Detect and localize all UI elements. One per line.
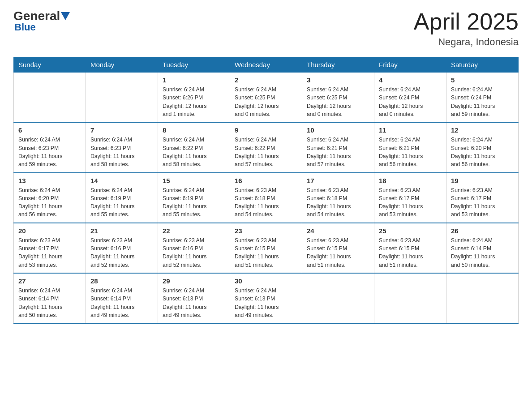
day-number: 21 — [90, 227, 153, 235]
table-row: 21Sunrise: 6:23 AM Sunset: 6:16 PM Dayli… — [86, 223, 158, 273]
table-row: 12Sunrise: 6:24 AM Sunset: 6:20 PM Dayli… — [446, 122, 519, 172]
day-number: 24 — [307, 227, 369, 235]
day-info: Sunrise: 6:24 AM Sunset: 6:13 PM Dayligh… — [163, 287, 225, 319]
day-info: Sunrise: 6:24 AM Sunset: 6:26 PM Dayligh… — [163, 86, 225, 118]
day-number: 13 — [18, 177, 81, 184]
day-info: Sunrise: 6:24 AM Sunset: 6:25 PM Dayligh… — [307, 86, 369, 118]
col-sunday: Sunday — [14, 57, 86, 73]
table-row: 16Sunrise: 6:23 AM Sunset: 6:18 PM Dayli… — [230, 173, 302, 223]
day-info: Sunrise: 6:23 AM Sunset: 6:17 PM Dayligh… — [18, 236, 81, 269]
day-info: Sunrise: 6:24 AM Sunset: 6:13 PM Dayligh… — [235, 287, 297, 319]
table-row: 2Sunrise: 6:24 AM Sunset: 6:25 PM Daylig… — [230, 73, 302, 123]
calendar-table: Sunday Monday Tuesday Wednesday Thursday… — [13, 57, 519, 324]
day-info: Sunrise: 6:24 AM Sunset: 6:24 PM Dayligh… — [451, 86, 514, 118]
day-number: 20 — [18, 227, 81, 235]
calendar-week-row: 1Sunrise: 6:24 AM Sunset: 6:26 PM Daylig… — [14, 73, 519, 123]
day-number: 9 — [235, 126, 297, 134]
day-number: 28 — [90, 277, 153, 285]
day-info: Sunrise: 6:24 AM Sunset: 6:25 PM Dayligh… — [235, 86, 297, 118]
table-row: 17Sunrise: 6:23 AM Sunset: 6:18 PM Dayli… — [302, 173, 374, 223]
table-row: 30Sunrise: 6:24 AM Sunset: 6:13 PM Dayli… — [230, 273, 302, 323]
day-info: Sunrise: 6:24 AM Sunset: 6:20 PM Dayligh… — [451, 136, 514, 168]
table-row: 1Sunrise: 6:24 AM Sunset: 6:26 PM Daylig… — [158, 73, 230, 123]
table-row: 11Sunrise: 6:24 AM Sunset: 6:21 PM Dayli… — [374, 122, 446, 172]
table-row — [302, 273, 374, 323]
day-info: Sunrise: 6:24 AM Sunset: 6:24 PM Dayligh… — [379, 86, 442, 118]
day-info: Sunrise: 6:23 AM Sunset: 6:15 PM Dayligh… — [235, 236, 297, 269]
table-row: 25Sunrise: 6:23 AM Sunset: 6:15 PM Dayli… — [374, 223, 446, 273]
table-row: 15Sunrise: 6:24 AM Sunset: 6:19 PM Dayli… — [158, 173, 230, 223]
day-number: 17 — [307, 177, 369, 184]
day-info: Sunrise: 6:23 AM Sunset: 6:17 PM Dayligh… — [451, 186, 514, 219]
day-number: 30 — [235, 277, 297, 285]
day-number: 25 — [379, 227, 442, 235]
month-title: April 2025 — [414, 9, 519, 34]
day-info: Sunrise: 6:23 AM Sunset: 6:18 PM Dayligh… — [307, 186, 369, 219]
location-label: Negara, Indonesia — [414, 36, 519, 48]
day-number: 6 — [18, 126, 81, 134]
table-row: 10Sunrise: 6:24 AM Sunset: 6:21 PM Dayli… — [302, 122, 374, 172]
table-row: 24Sunrise: 6:23 AM Sunset: 6:15 PM Dayli… — [302, 223, 374, 273]
col-saturday: Saturday — [446, 57, 519, 73]
day-info: Sunrise: 6:24 AM Sunset: 6:19 PM Dayligh… — [163, 186, 225, 219]
table-row: 23Sunrise: 6:23 AM Sunset: 6:15 PM Dayli… — [230, 223, 302, 273]
day-info: Sunrise: 6:24 AM Sunset: 6:21 PM Dayligh… — [307, 136, 369, 168]
col-thursday: Thursday — [302, 57, 374, 73]
day-number: 1 — [163, 76, 225, 84]
day-number: 2 — [235, 76, 297, 84]
table-row: 20Sunrise: 6:23 AM Sunset: 6:17 PM Dayli… — [14, 223, 86, 273]
day-number: 19 — [451, 177, 514, 184]
day-info: Sunrise: 6:24 AM Sunset: 6:23 PM Dayligh… — [90, 136, 153, 168]
calendar-week-row: 27Sunrise: 6:24 AM Sunset: 6:14 PM Dayli… — [14, 273, 519, 323]
table-row — [86, 73, 158, 123]
table-row: 27Sunrise: 6:24 AM Sunset: 6:14 PM Dayli… — [14, 273, 86, 323]
table-row: 13Sunrise: 6:24 AM Sunset: 6:20 PM Dayli… — [14, 173, 86, 223]
day-number: 3 — [307, 76, 369, 84]
logo-blue-text: Blue — [14, 21, 36, 33]
page-header: General Blue April 2025 Negara, Indonesi… — [13, 9, 519, 48]
day-number: 22 — [163, 227, 225, 235]
calendar-week-row: 6Sunrise: 6:24 AM Sunset: 6:23 PM Daylig… — [14, 122, 519, 172]
day-info: Sunrise: 6:23 AM Sunset: 6:18 PM Dayligh… — [235, 186, 297, 219]
day-info: Sunrise: 6:24 AM Sunset: 6:20 PM Dayligh… — [18, 186, 81, 219]
table-row: 8Sunrise: 6:24 AM Sunset: 6:22 PM Daylig… — [158, 122, 230, 172]
day-number: 4 — [379, 76, 442, 84]
day-number: 11 — [379, 126, 442, 134]
logo: General Blue — [13, 9, 71, 33]
day-info: Sunrise: 6:23 AM Sunset: 6:17 PM Dayligh… — [379, 186, 442, 219]
col-wednesday: Wednesday — [230, 57, 302, 73]
table-row: 18Sunrise: 6:23 AM Sunset: 6:17 PM Dayli… — [374, 173, 446, 223]
day-number: 8 — [163, 126, 225, 134]
day-number: 23 — [235, 227, 297, 235]
table-row: 26Sunrise: 6:24 AM Sunset: 6:14 PM Dayli… — [446, 223, 519, 273]
logo-triangle-icon — [61, 12, 70, 20]
day-info: Sunrise: 6:24 AM Sunset: 6:19 PM Dayligh… — [90, 186, 153, 219]
table-row: 19Sunrise: 6:23 AM Sunset: 6:17 PM Dayli… — [446, 173, 519, 223]
table-row: 28Sunrise: 6:24 AM Sunset: 6:14 PM Dayli… — [86, 273, 158, 323]
day-info: Sunrise: 6:23 AM Sunset: 6:15 PM Dayligh… — [379, 236, 442, 269]
day-info: Sunrise: 6:24 AM Sunset: 6:23 PM Dayligh… — [18, 136, 81, 168]
day-number: 18 — [379, 177, 442, 184]
table-row: 14Sunrise: 6:24 AM Sunset: 6:19 PM Dayli… — [86, 173, 158, 223]
table-row: 9Sunrise: 6:24 AM Sunset: 6:22 PM Daylig… — [230, 122, 302, 172]
day-number: 15 — [163, 177, 225, 184]
calendar-week-row: 20Sunrise: 6:23 AM Sunset: 6:17 PM Dayli… — [14, 223, 519, 273]
day-info: Sunrise: 6:23 AM Sunset: 6:16 PM Dayligh… — [163, 236, 225, 269]
day-info: Sunrise: 6:24 AM Sunset: 6:14 PM Dayligh… — [90, 287, 153, 319]
day-number: 26 — [451, 227, 514, 235]
day-number: 5 — [451, 76, 514, 84]
day-number: 7 — [90, 126, 153, 134]
table-row — [374, 273, 446, 323]
calendar-week-row: 13Sunrise: 6:24 AM Sunset: 6:20 PM Dayli… — [14, 173, 519, 223]
day-info: Sunrise: 6:24 AM Sunset: 6:22 PM Dayligh… — [235, 136, 297, 168]
table-row: 22Sunrise: 6:23 AM Sunset: 6:16 PM Dayli… — [158, 223, 230, 273]
day-info: Sunrise: 6:24 AM Sunset: 6:14 PM Dayligh… — [18, 287, 81, 319]
calendar-header-row: Sunday Monday Tuesday Wednesday Thursday… — [14, 57, 519, 73]
day-number: 14 — [90, 177, 153, 184]
title-section: April 2025 Negara, Indonesia — [414, 9, 519, 48]
day-info: Sunrise: 6:23 AM Sunset: 6:15 PM Dayligh… — [307, 236, 369, 269]
day-number: 16 — [235, 177, 297, 184]
table-row: 29Sunrise: 6:24 AM Sunset: 6:13 PM Dayli… — [158, 273, 230, 323]
table-row: 4Sunrise: 6:24 AM Sunset: 6:24 PM Daylig… — [374, 73, 446, 123]
day-info: Sunrise: 6:23 AM Sunset: 6:16 PM Dayligh… — [90, 236, 153, 269]
